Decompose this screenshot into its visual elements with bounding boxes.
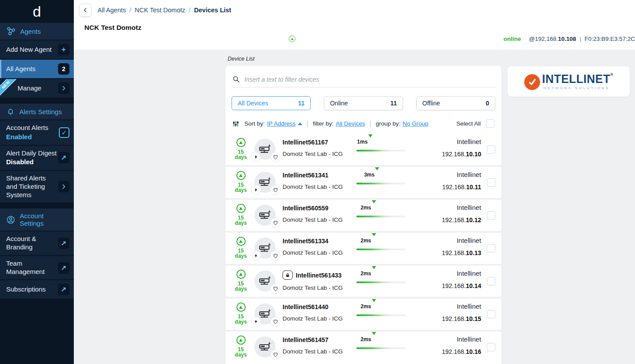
device-name[interactable]: Intellinet561440 — [283, 303, 328, 310]
device-text-column: Intellinet561440 Domotz Test Lab - ICG — [283, 299, 356, 330]
external-link-icon[interactable]: ↗ — [58, 262, 69, 274]
user-circle-icon — [6, 215, 15, 224]
device-checkbox[interactable] — [487, 244, 495, 252]
latency-marker-triangle — [372, 266, 376, 277]
chevron-right-icon[interactable] — [58, 181, 69, 192]
device-name[interactable]: Intellinet561167 — [283, 139, 328, 146]
power-bolt-badge — [251, 185, 261, 195]
brand-tagline: NETWORK SOLUTIONS — [542, 86, 613, 90]
device-row[interactable]: 15 days — [225, 233, 501, 264]
tab-all-devices[interactable]: All Devices 11 — [232, 96, 311, 110]
sidebar-item-team-management[interactable]: Team Management ↗ — [0, 256, 74, 280]
app-window: d Agents Add New Agent + All Agents 2 NE… — [0, 0, 635, 364]
security-shield-badge — [270, 284, 280, 294]
domotz-logo[interactable]: d — [0, 0, 74, 23]
sidebar-item-shared-alerts[interactable]: Shared Alerts and Ticketing Systems — [0, 171, 74, 202]
device-row[interactable]: 15 days — [225, 332, 501, 363]
latency-marker-triangle — [375, 167, 379, 178]
select-all-label: Select All — [456, 120, 481, 127]
group-by-value[interactable]: No Group — [403, 120, 428, 127]
device-right-column: Intellinet 192.168.10.12 — [426, 200, 481, 231]
sort-asc-icon[interactable] — [298, 123, 302, 125]
device-checkbox[interactable] — [487, 343, 495, 351]
search-icon — [232, 76, 240, 83]
brand-card: INTELLINET ® NETWORK SOLUTIONS — [508, 66, 630, 97]
device-up-icon — [236, 204, 246, 213]
device-maker: Intellinet — [426, 138, 481, 145]
sidebar-item-label: Manage — [18, 84, 41, 93]
search-input[interactable] — [244, 76, 494, 83]
select-all-checkbox[interactable] — [486, 119, 494, 128]
device-name[interactable]: Intellinet561433 — [296, 272, 341, 279]
chevron-right-icon[interactable] — [58, 83, 69, 94]
sidebar-item-all-agents[interactable]: All Agents 2 — [0, 60, 74, 78]
device-avatar — [250, 167, 283, 198]
device-row[interactable]: 15 days — [225, 134, 501, 165]
sort-by-value[interactable]: IP Address — [267, 120, 296, 127]
device-zone: Domotz Test Lab - ICG — [283, 151, 356, 157]
device-name[interactable]: Intellinet561341 — [283, 172, 328, 179]
sidebar-item-account-alerts[interactable]: Account Alerts Enabled ✓ — [0, 120, 74, 145]
device-text-column: Intellinet561341 Domotz Test Lab - ICG — [283, 167, 356, 198]
device-ip: 192.168.10.14 — [426, 282, 481, 289]
filter-by-value[interactable]: All Devices — [336, 120, 365, 127]
latency-value: 2ms — [360, 336, 371, 342]
device-zone: Domotz Test Lab - ICG — [283, 216, 356, 223]
sidebar-item-add-new-agent[interactable]: Add New Agent + — [0, 40, 74, 59]
device-row[interactable]: 15 days — [225, 200, 501, 231]
device-text-column: Intellinet561457 Domotz Test Lab - ICG — [283, 332, 356, 363]
device-ip: 192.168.10.16 — [426, 348, 481, 355]
main-area: All Agents / NCK Test Domotz / Devices L… — [74, 0, 635, 364]
tab-online[interactable]: Online 11 — [324, 96, 403, 110]
section-title: Agents — [20, 28, 41, 35]
external-link-icon[interactable]: ↗ — [58, 238, 69, 249]
checkbox-checked-icon[interactable]: ✓ — [59, 127, 69, 138]
device-row[interactable]: 15 days — [225, 167, 501, 198]
plus-icon[interactable]: + — [58, 44, 69, 55]
device-checkbox[interactable] — [487, 178, 495, 187]
device-checkbox[interactable] — [487, 277, 495, 285]
back-button[interactable] — [79, 4, 91, 17]
tab-offline[interactable]: Offline 0 — [416, 96, 495, 110]
device-row[interactable]: 15 days — [225, 266, 501, 297]
latency-column: 3ms — [356, 167, 426, 198]
power-bolt-badge — [251, 152, 261, 162]
device-name[interactable]: Intellinet560559 — [283, 205, 328, 212]
content-area: Device List All Devices 11 — [74, 50, 635, 364]
device-right-column: Intellinet 192.168.10.14 — [426, 266, 481, 297]
device-right-column: Intellinet 192.168.10.10 — [426, 134, 481, 165]
device-zone: Domotz Test Lab - ICG — [283, 249, 356, 256]
latency-marker: 3ms — [364, 170, 379, 178]
sidebar-item-manage[interactable]: NEW Manage — [0, 79, 74, 97]
sidebar-item-subscriptions[interactable]: Subscriptions ↗ — [0, 280, 74, 299]
external-link-icon[interactable]: ↗ — [58, 152, 69, 163]
daily-digest-state: Disabled — [6, 158, 57, 166]
brand-name: INTELLINET — [542, 73, 610, 85]
uptime-column: 15 days — [232, 299, 250, 330]
device-row[interactable]: 15 days — [225, 299, 501, 330]
device-checkbox[interactable] — [487, 211, 495, 220]
breadcrumb-all-agents[interactable]: All Agents — [98, 7, 126, 14]
latency-bar — [356, 314, 406, 316]
status-up-icon — [289, 36, 295, 42]
device-checkbox[interactable] — [487, 145, 495, 154]
device-maker: Intellinet — [426, 335, 481, 343]
row-check-column — [481, 200, 495, 231]
sidebar-item-alert-daily-digest[interactable]: Alert Daily Digest Disabled ↗ — [0, 146, 74, 170]
device-up-icon — [236, 237, 246, 246]
device-name[interactable]: Intellinet561334 — [283, 238, 328, 245]
sidebar-item-account-branding[interactable]: Account & Branding ↗ — [0, 231, 74, 255]
device-checkbox[interactable] — [487, 310, 495, 318]
security-shield-badge — [270, 251, 280, 261]
latency-bar — [356, 183, 406, 184]
device-maker: Intellinet — [426, 303, 481, 310]
device-rows: 15 days — [225, 134, 501, 363]
bell-icon — [6, 107, 15, 116]
breadcrumb-agent[interactable]: NCK Test Domotz — [135, 7, 185, 14]
latency-marker-triangle — [372, 200, 376, 211]
external-link-icon[interactable]: ↗ — [58, 284, 69, 295]
device-right-column: Intellinet 192.168.10.11 — [426, 167, 481, 198]
filter-by-label: filter by: — [313, 120, 334, 127]
device-name[interactable]: Intellinet561457 — [283, 336, 328, 343]
agents-count-badge: 2 — [58, 63, 69, 75]
